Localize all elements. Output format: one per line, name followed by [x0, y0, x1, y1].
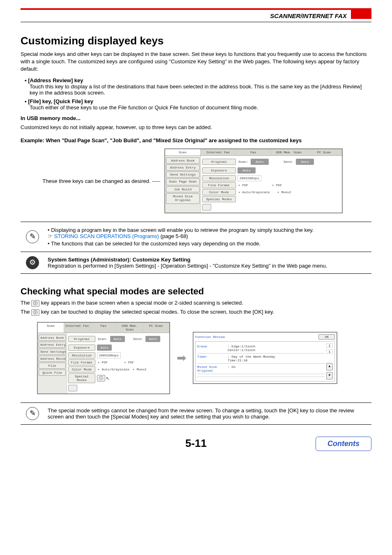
b-btn-exposure[interactable]: Exposure	[68, 345, 95, 351]
b-tab-pc-scan[interactable]: PC Scan	[143, 323, 169, 333]
tab-pc-scan[interactable]: PC Scan	[307, 149, 342, 155]
b-side-quick-file[interactable]: Quick File	[39, 370, 66, 376]
b-side-address-review[interactable]: Address Review	[39, 356, 66, 362]
reference-icon: ☞	[48, 233, 53, 239]
b-val-send: Auto	[145, 336, 160, 342]
review-scroll-up[interactable]: ▲	[326, 363, 333, 370]
panel-b: Scan Internet Fax Fax USB Mem. Scan PC S…	[37, 322, 170, 394]
tab-internet-fax[interactable]: Internet Fax	[201, 149, 236, 155]
usb-desc: Customized keys do not initially appear,…	[21, 124, 371, 131]
b-preview-icon[interactable]	[68, 385, 77, 391]
section2-heading: Checking what special modes are selected	[21, 286, 371, 297]
note2-desc: Registration is performed in [System Set…	[48, 263, 368, 269]
review-row2-label: Timer	[197, 355, 225, 362]
b-tab-internet-fax[interactable]: Internet Fax	[64, 323, 90, 333]
b-side-address-entry[interactable]: Address Entry	[39, 342, 66, 348]
tab-usb-mem-scan[interactable]: USB Mem. Scan	[271, 149, 307, 155]
btn-original[interactable]: Original	[202, 159, 236, 165]
review-row2-val: : Day of the Week:Monday Time:21:10	[228, 355, 325, 362]
item2-title: [File] key, [Quick File] key	[25, 98, 371, 104]
b-btn-file-format[interactable]: File Format	[68, 359, 95, 365]
header-title: SCANNER/INTERNET FAX	[270, 12, 347, 19]
b-btn-special-modes[interactable]: Special Modes	[68, 373, 95, 383]
btn-resolution[interactable]: Resolution	[202, 175, 236, 181]
arrow-icon: ➡	[177, 351, 186, 365]
gear-icon: ⚙	[26, 256, 39, 269]
b-btn-resolution[interactable]: Resolution	[68, 352, 95, 358]
panel-a-caption: These three keys can be changed as desir…	[21, 178, 164, 184]
side-mixed-size-original[interactable]: Mixed Size Original	[166, 193, 200, 204]
b-val-cm-right: ▪ Mono2	[132, 368, 148, 371]
review-title: Function Review	[195, 335, 225, 339]
val-scan: Auto	[251, 159, 269, 165]
b-tab-scan[interactable]: Scan	[38, 323, 64, 333]
section2-para2: The ⓘ key can be touched to display the …	[21, 308, 371, 316]
tab-scan[interactable]: Scan	[165, 149, 201, 155]
review-ok-button[interactable]: OK	[318, 334, 335, 340]
header-rule	[21, 22, 371, 22]
b-val-exposure: Auto	[97, 345, 112, 351]
item1-title: [Address Review] key	[25, 77, 371, 83]
b-val-cm-left: ▪ Auto/Grayscale	[97, 368, 130, 371]
review-row1-label: Erase	[197, 345, 225, 352]
item2-desc: Touch either of these keys to use the Fi…	[25, 104, 371, 111]
header-accent	[351, 10, 371, 19]
review-row3-val: : On	[228, 365, 325, 372]
val-resolution: 200X200dpi	[238, 175, 261, 181]
b-tab-usb-mem-scan[interactable]: USB Mem. Scan	[117, 323, 143, 333]
val-cm-right: ▪ Mono2	[277, 190, 292, 194]
side-send-settings[interactable]: Send Settings	[166, 171, 200, 178]
b-side-file[interactable]: File	[39, 363, 66, 369]
note3: ✎ The special mode settings cannot be ch…	[21, 402, 371, 425]
review-row3-label: Mixed Size Original	[197, 365, 225, 372]
label-send: Send:	[283, 160, 294, 164]
side-job-build[interactable]: Job Build	[166, 186, 200, 192]
preview-icon[interactable]	[202, 204, 211, 210]
contents-button[interactable]: Contents	[316, 437, 371, 451]
note1-line1: Displaying a program key in the base scr…	[51, 227, 314, 233]
usb-heading: In USB memory mode...	[21, 115, 371, 122]
section1-intro: Special mode keys and other keys can be …	[21, 51, 371, 73]
b-btn-color-mode[interactable]: Color Mode	[68, 366, 95, 372]
item1-desc: Touch this key to display a list of the …	[25, 83, 371, 96]
note1: ✎ Displaying a program key in the base s…	[21, 222, 371, 274]
section1-list: [Address Review] key Touch this key to d…	[21, 77, 371, 111]
side-address-book[interactable]: Address Book	[166, 157, 200, 164]
btn-exposure[interactable]: Exposure	[202, 167, 236, 173]
b-side-address-book[interactable]: Address Book	[39, 335, 66, 341]
b-val-ff-left: ▪ PDF	[97, 361, 108, 364]
b-tab-fax[interactable]: Fax	[90, 323, 117, 333]
panel-a: Scan Internet Fax Fax USB Mem. Scan PC S…	[164, 148, 343, 213]
b-val-resolution: 200X200dpi	[97, 352, 121, 358]
label-scan: Scan:	[238, 160, 249, 164]
b-side-send-settings[interactable]: Send Settings	[39, 349, 66, 355]
side-address-entry[interactable]: Address Entry	[166, 164, 200, 171]
tab-fax[interactable]: Fax	[236, 149, 271, 155]
side-dual-page-scan[interactable]: Dual Page Scan	[166, 178, 200, 185]
b-btn-original[interactable]: Original	[68, 336, 95, 342]
section2-para1: The ⓘ key appears in the base screen whe…	[21, 299, 371, 307]
note1-line2: The functions that can be selected for t…	[48, 240, 368, 247]
val-ff-left: ▪ PDF	[238, 183, 249, 187]
note1-link[interactable]: STORING SCAN OPERATIONS (Programs)	[54, 233, 159, 239]
btn-color-mode[interactable]: Color Mode	[202, 189, 236, 195]
note3-text: The special mode settings cannot be chan…	[44, 402, 371, 424]
review-page-tot: 1	[326, 349, 333, 354]
b-val-scan: Auto	[110, 336, 125, 342]
b-label-scan: Scan:	[97, 337, 108, 341]
b-label-send: Send:	[132, 337, 144, 341]
val-send: Auto	[296, 159, 314, 165]
review-scroll-down[interactable]: ▼	[326, 372, 333, 379]
btn-special-modes[interactable]: Special Modes	[202, 196, 236, 202]
b-info-key[interactable]: ⓘ	[97, 375, 105, 382]
info-key-icon-2: ⓘ	[31, 309, 39, 316]
example-heading: Example: When "Dual Page Scan", "Job Bui…	[21, 137, 371, 144]
cursor-icon: ↖	[106, 375, 109, 382]
review-row1-val: : Edge:1/2inch Center:1/2inch	[228, 345, 325, 352]
section1-heading: Customizing displayed keys	[21, 35, 371, 47]
val-cm-left: ▪ Auto/Grayscale	[238, 190, 271, 194]
note1-link-page: (page 5-68)	[160, 233, 188, 239]
val-ff-right: ▪ PDF	[271, 183, 283, 187]
pencil-icon-2: ✎	[26, 407, 39, 420]
btn-file-format[interactable]: File Format	[202, 182, 236, 188]
